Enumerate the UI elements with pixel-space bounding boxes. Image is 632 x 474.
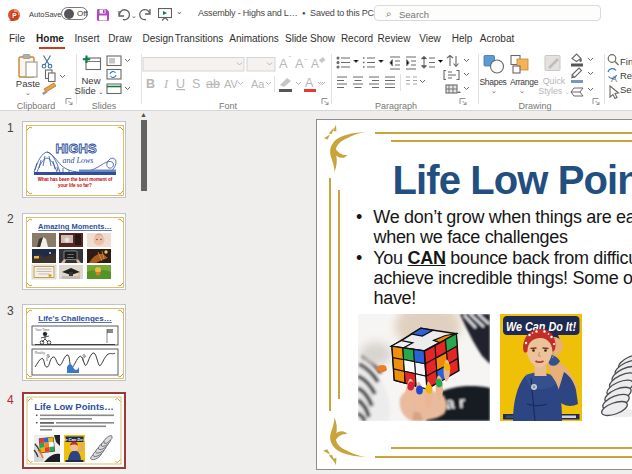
svg-text:Aa: Aa [251,78,265,90]
svg-text:U: U [176,77,185,91]
svg-text:AV: AV [224,78,239,90]
svg-text:your life so far?: your life so far? [58,183,92,188]
svg-text:hired!: hired! [67,256,74,259]
svg-text:Amazing Moments…: Amazing Moments… [38,222,112,231]
svg-text:ab: ab [206,77,220,91]
svg-text:a r: a r [445,394,466,412]
svg-text:S: S [192,77,200,91]
svg-text:B: B [146,77,155,91]
svg-text:We Can Do It!: We Can Do It! [62,437,89,442]
svg-text:I: I [163,77,169,91]
svg-text:Life's Challenges…: Life's Challenges… [38,314,111,323]
svg-text:A: A [611,74,617,84]
svg-text:ˇ: ˇ [305,57,308,66]
svg-text:Reality: Reality [35,351,45,355]
svg-text:ˆ: ˆ [289,54,292,63]
svg-text:Your Time: Your Time [35,328,49,332]
svg-text:A: A [311,57,319,71]
svg-text:HIGHS: HIGHS [55,141,97,156]
svg-text:A: A [279,56,288,71]
svg-text:and Lows: and Lows [63,156,94,165]
svg-text:What has been the best moment: What has been the best moment of [38,177,113,182]
svg-text:A: A [295,56,304,71]
svg-text:Life Low Points…: Life Low Points… [34,401,114,412]
svg-text:A: A [305,76,314,90]
svg-text:P: P [12,12,17,19]
